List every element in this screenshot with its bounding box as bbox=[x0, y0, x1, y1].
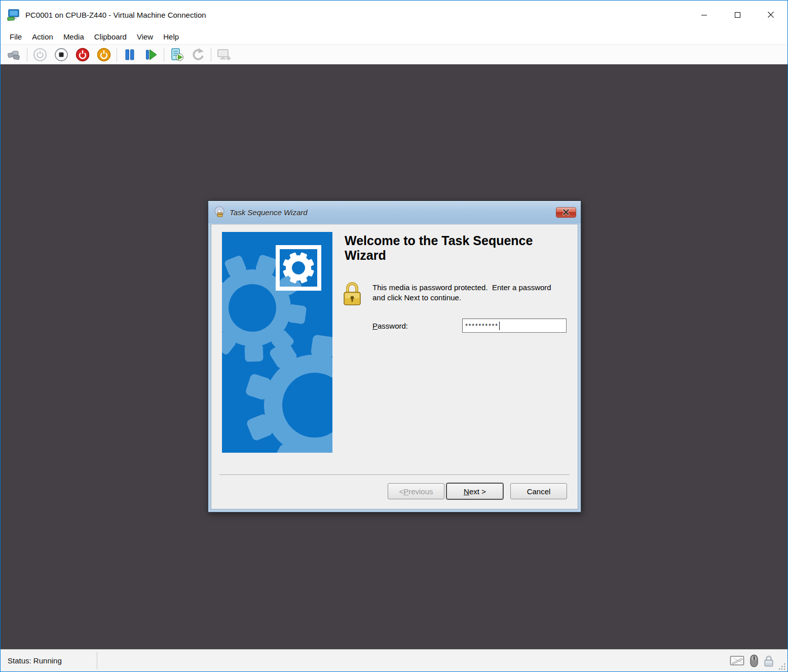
checkpoint-button[interactable] bbox=[166, 46, 187, 63]
toolbar bbox=[1, 44, 787, 64]
dialog-close-icon bbox=[561, 209, 571, 216]
save-icon bbox=[97, 48, 111, 62]
reset-icon bbox=[144, 48, 158, 61]
text-caret bbox=[499, 322, 500, 330]
start-button[interactable] bbox=[29, 46, 51, 63]
pause-icon bbox=[123, 48, 136, 61]
maximize-button[interactable] bbox=[721, 1, 754, 29]
menu-help[interactable]: Help bbox=[158, 31, 184, 43]
close-icon bbox=[767, 11, 774, 18]
ctrl-alt-del-icon bbox=[7, 48, 21, 61]
vm-status: Status: Running bbox=[1, 656, 62, 665]
menu-media[interactable]: Media bbox=[58, 31, 89, 43]
toolbar-separator bbox=[117, 48, 117, 62]
task-sequence-wizard-dialog: Task Sequence Wizard bbox=[208, 201, 581, 512]
statusbar-icons bbox=[730, 650, 774, 671]
padlock-icon bbox=[342, 280, 363, 306]
cancel-button[interactable]: Cancel bbox=[510, 483, 567, 499]
vmconnect-window: PC0001 on CPUB-Z440 - Virtual Machine Co… bbox=[0, 0, 788, 672]
window-controls bbox=[687, 1, 787, 29]
toolbar-separator bbox=[27, 48, 27, 62]
save-button[interactable] bbox=[93, 46, 115, 63]
vm-display[interactable]: Task Sequence Wizard bbox=[1, 64, 787, 649]
turn-off-button[interactable] bbox=[51, 46, 72, 63]
menubar: File Action Media Clipboard View Help bbox=[1, 29, 787, 44]
reset-button[interactable] bbox=[140, 46, 162, 63]
mouse-indicator-icon bbox=[749, 654, 759, 667]
task-sequence-media-icon bbox=[213, 206, 226, 218]
wizard-heading: Welcome to the Task Sequence Wizard bbox=[345, 233, 547, 263]
dialog-title: Task Sequence Wizard bbox=[230, 208, 556, 217]
dialog-separator bbox=[219, 475, 570, 476]
minimize-button[interactable] bbox=[687, 1, 721, 29]
resize-grip[interactable] bbox=[779, 663, 786, 670]
password-input[interactable]: ********** bbox=[462, 319, 567, 333]
statusbar: Status: Running bbox=[1, 649, 787, 671]
checkpoint-icon bbox=[170, 48, 184, 62]
start-icon bbox=[33, 48, 47, 62]
dialog-titlebar[interactable]: Task Sequence Wizard bbox=[208, 201, 581, 223]
password-protected-message: This media is password protected. Enter … bbox=[372, 283, 580, 303]
password-label: Password: bbox=[372, 322, 408, 330]
next-button[interactable]: Next > bbox=[446, 483, 503, 499]
password-masked-value: ********** bbox=[465, 322, 499, 330]
menu-action[interactable]: Action bbox=[27, 31, 58, 43]
close-button[interactable] bbox=[754, 1, 787, 29]
minimize-icon bbox=[701, 12, 707, 18]
vmconnect-app-icon bbox=[7, 8, 20, 22]
enhanced-session-button[interactable] bbox=[213, 46, 235, 63]
ctrl-alt-del-button[interactable] bbox=[4, 46, 25, 63]
revert-button[interactable] bbox=[187, 46, 209, 63]
menu-clipboard[interactable]: Clipboard bbox=[89, 31, 132, 43]
wizard-branding-panel bbox=[222, 232, 332, 453]
enhanced-session-icon bbox=[216, 48, 232, 62]
titlebar[interactable]: PC0001 on CPUB-Z440 - Virtual Machine Co… bbox=[1, 1, 787, 29]
maximize-icon bbox=[734, 12, 741, 18]
keyboard-indicator-icon bbox=[730, 655, 745, 666]
lock-indicator-icon bbox=[763, 654, 774, 667]
toolbar-separator bbox=[164, 48, 164, 62]
toolbar-separator bbox=[211, 48, 211, 62]
shut-down-button[interactable] bbox=[72, 46, 93, 63]
menu-view[interactable]: View bbox=[132, 31, 158, 43]
dialog-close-button[interactable] bbox=[556, 207, 576, 218]
turn-off-icon bbox=[54, 48, 68, 62]
pause-button[interactable] bbox=[119, 46, 140, 63]
statusbar-divider bbox=[97, 652, 97, 669]
revert-icon bbox=[191, 48, 205, 62]
dialog-content: Welcome to the Task Sequence Wizard This… bbox=[211, 224, 578, 509]
shut-down-icon bbox=[76, 48, 90, 62]
menu-file[interactable]: File bbox=[5, 31, 27, 43]
previous-button[interactable]: < Previous bbox=[388, 483, 444, 499]
window-title: PC0001 on CPUB-Z440 - Virtual Machine Co… bbox=[25, 11, 687, 19]
